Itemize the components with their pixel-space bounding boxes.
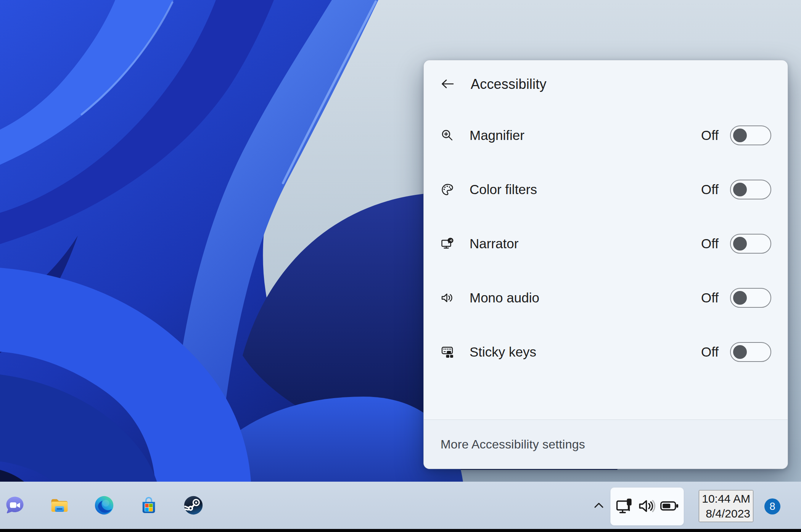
notification-badge[interactable]: 8 bbox=[764, 498, 780, 514]
toggle-knob bbox=[733, 237, 747, 251]
more-accessibility-settings-link[interactable]: More Accessibility settings bbox=[424, 419, 788, 469]
badge-count: 8 bbox=[769, 501, 775, 513]
row-label: Magnifier bbox=[470, 128, 701, 143]
toggle-knob bbox=[733, 345, 747, 359]
date-text: 8/4/2023 bbox=[702, 506, 750, 521]
file-explorer-icon[interactable] bbox=[49, 495, 70, 516]
row-state: Off bbox=[701, 182, 719, 197]
battery-icon bbox=[660, 497, 679, 516]
accessibility-flyout: Accessibility Magnifier Off Color filter… bbox=[423, 60, 788, 469]
mono-audio-icon bbox=[441, 291, 454, 305]
panel-title: Accessibility bbox=[471, 76, 547, 92]
magnifier-toggle[interactable] bbox=[730, 125, 771, 145]
footer-link-label: More Accessibility settings bbox=[441, 437, 585, 452]
magnifier-icon bbox=[441, 129, 454, 142]
row-color-filters[interactable]: Color filters Off bbox=[424, 162, 788, 217]
color-filters-toggle[interactable] bbox=[730, 180, 771, 199]
flyout-header: Accessibility bbox=[424, 60, 788, 108]
sticky-keys-icon bbox=[441, 345, 454, 359]
row-narrator[interactable]: Narrator Off bbox=[424, 217, 788, 271]
taskbar: 10:44 AM 8/4/2023 8 bbox=[0, 482, 801, 529]
row-label: Narrator bbox=[470, 236, 701, 251]
chat-icon[interactable] bbox=[5, 495, 25, 516]
row-magnifier[interactable]: Magnifier Off bbox=[424, 108, 788, 162]
steam-icon[interactable] bbox=[183, 495, 204, 516]
row-state: Off bbox=[701, 128, 719, 143]
sticky-keys-toggle[interactable] bbox=[730, 342, 771, 362]
row-state: Off bbox=[701, 344, 719, 360]
mono-audio-toggle[interactable] bbox=[730, 288, 771, 308]
row-sticky-keys[interactable]: Sticky keys Off bbox=[424, 325, 788, 379]
color-filters-icon bbox=[441, 183, 454, 196]
microsoft-store-icon[interactable] bbox=[138, 495, 159, 516]
row-label: Color filters bbox=[470, 182, 701, 197]
row-state: Off bbox=[701, 290, 719, 305]
volume-icon bbox=[638, 497, 656, 516]
toggle-knob bbox=[733, 291, 747, 305]
ethernet-icon bbox=[615, 497, 634, 516]
quick-settings-button[interactable] bbox=[610, 487, 684, 526]
row-state: Off bbox=[701, 236, 719, 251]
taskbar-apps bbox=[5, 482, 204, 529]
toggle-knob bbox=[733, 129, 747, 142]
back-button[interactable] bbox=[439, 76, 456, 93]
edge-icon[interactable] bbox=[94, 495, 114, 516]
toggle-knob bbox=[733, 183, 747, 196]
chevron-up-icon bbox=[592, 500, 606, 512]
clock[interactable]: 10:44 AM 8/4/2023 bbox=[699, 490, 753, 522]
desktop: Accessibility Magnifier Off Color filter… bbox=[0, 0, 801, 532]
row-label: Mono audio bbox=[470, 290, 701, 305]
narrator-icon bbox=[441, 237, 454, 251]
row-mono-audio[interactable]: Mono audio Off bbox=[424, 271, 788, 325]
narrator-toggle[interactable] bbox=[730, 234, 771, 254]
time-text: 10:44 AM bbox=[702, 491, 750, 506]
settings-rows: Magnifier Off Color filters Off Narrator… bbox=[424, 108, 788, 379]
row-label: Sticky keys bbox=[470, 344, 701, 360]
show-hidden-icons-button[interactable] bbox=[591, 499, 606, 513]
screen-bottom-strip bbox=[0, 529, 801, 532]
back-arrow-icon bbox=[439, 76, 455, 93]
